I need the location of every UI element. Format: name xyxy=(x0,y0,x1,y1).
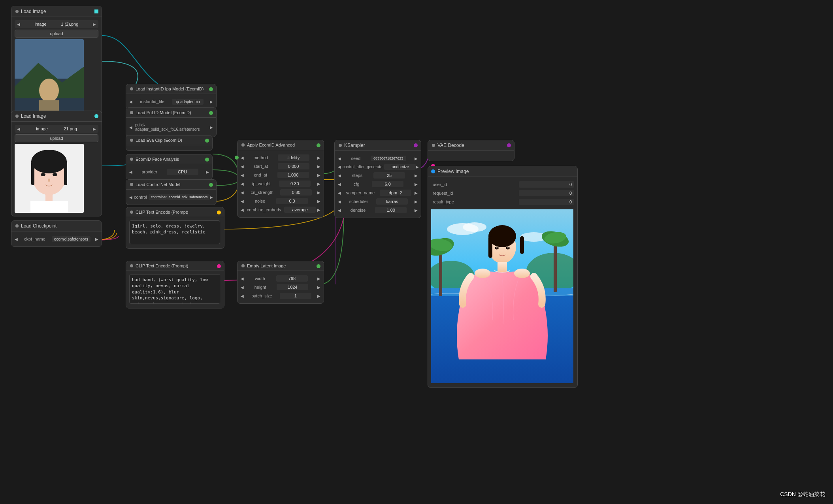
output-port-clip-pos xyxy=(217,211,221,214)
w-next[interactable]: ▶ xyxy=(317,276,320,281)
w-prev[interactable]: ◀ xyxy=(241,276,244,281)
comb-next[interactable]: ▶ xyxy=(317,208,320,212)
title-latent: Empty Latent Image xyxy=(247,263,286,268)
node-header-vae: VAE Decode xyxy=(428,140,514,151)
start-next[interactable]: ▶ xyxy=(317,164,320,169)
dot-clip-pos xyxy=(130,211,133,214)
dot-face xyxy=(130,158,133,161)
upload-btn-2[interactable]: upload xyxy=(15,134,98,142)
pulid-file-label: pulid-adapter_pulid_sdxl_fp16.safetensor… xyxy=(134,122,209,132)
output-port-vae xyxy=(507,143,511,147)
prov-prev[interactable]: ◀ xyxy=(129,170,132,174)
svg-point-40 xyxy=(514,269,530,278)
noise-next[interactable]: ▶ xyxy=(317,199,320,203)
node-load-image-2: Load Image ◀ image 21.png ▶ upload xyxy=(11,111,102,216)
node-header-checkpoint: Load Checkpoint xyxy=(11,221,102,231)
end-next[interactable]: ▶ xyxy=(317,173,320,177)
comb-prev[interactable]: ◀ xyxy=(241,208,244,212)
nav-next-1[interactable]: ▶ xyxy=(93,22,96,26)
ckpt-next[interactable]: ▶ xyxy=(95,237,98,241)
scheduler-row: ◀ scheduler karras ▶ xyxy=(338,197,418,206)
ip-next[interactable]: ▶ xyxy=(317,182,320,186)
cns-prev[interactable]: ◀ xyxy=(241,190,244,195)
ca-next[interactable]: ▶ xyxy=(416,165,419,169)
svg-rect-26 xyxy=(554,241,557,292)
cns-next[interactable]: ▶ xyxy=(317,190,320,195)
svg-rect-32 xyxy=(520,236,524,254)
pulid-next[interactable]: ▶ xyxy=(210,125,213,130)
nav-prev-1[interactable]: ◀ xyxy=(17,22,20,26)
body-clip-pos: 1girl, solo, dress, jewelry, beach, pink… xyxy=(126,217,224,248)
cfg-next[interactable]: ▶ xyxy=(415,182,418,186)
end-label: end_at xyxy=(252,172,269,178)
b-next[interactable]: ▶ xyxy=(317,294,320,298)
start-label: start_at xyxy=(252,163,270,169)
pulid-prev[interactable]: ◀ xyxy=(129,125,132,130)
clip-pos-text[interactable]: 1girl, solo, dress, jewelry, beach, pink… xyxy=(129,220,220,244)
ca-prev[interactable]: ◀ xyxy=(338,165,341,169)
height-row: ◀ height 1024 ▶ xyxy=(241,283,320,291)
node-dot xyxy=(15,10,19,13)
den-next[interactable]: ▶ xyxy=(415,208,418,213)
body-vae xyxy=(428,151,514,161)
comb-label: combine_embeds xyxy=(245,207,283,213)
steps-prev[interactable]: ◀ xyxy=(338,173,341,178)
comb-value: average xyxy=(284,207,316,213)
body-instantid: ◀ instantid_file ip-adapter.bin ▶ xyxy=(126,94,216,109)
sched-prev[interactable]: ◀ xyxy=(338,199,341,204)
h-prev[interactable]: ◀ xyxy=(241,285,244,290)
ckpt-prev[interactable]: ◀ xyxy=(15,237,18,241)
svg-point-35 xyxy=(496,247,498,248)
title-cn: Load ControlNet Model xyxy=(136,182,180,187)
nav-prev-2[interactable]: ◀ xyxy=(17,127,20,131)
cn-label: control xyxy=(132,194,149,200)
dot-instantid xyxy=(130,87,133,90)
end-prev[interactable]: ◀ xyxy=(241,173,244,177)
svg-rect-23 xyxy=(439,249,442,296)
steps-row: ◀ steps 25 ▶ xyxy=(338,171,418,180)
svg-rect-37 xyxy=(498,262,507,272)
ip-prev[interactable]: ◀ xyxy=(241,182,244,186)
samp-next[interactable]: ▶ xyxy=(415,191,418,195)
seed-next[interactable]: ▶ xyxy=(415,156,418,161)
title-ksampler: KSampler xyxy=(344,143,365,148)
clip-neg-text[interactable]: bad hand, (worst quality, low quality, n… xyxy=(129,274,220,304)
image-nav-2[interactable]: ◀ image 21.png ▶ xyxy=(15,125,98,133)
method-next[interactable]: ▶ xyxy=(317,156,320,160)
noise-prev[interactable]: ◀ xyxy=(241,199,244,203)
b-prev[interactable]: ◀ xyxy=(241,294,244,298)
body-latent: ◀ width 768 ▶ ◀ height 1024 ▶ ◀ batch_si… xyxy=(237,271,324,303)
prov-value: CPU xyxy=(167,169,198,175)
end-row: ◀ end_at 1.000 ▶ xyxy=(241,171,320,179)
node-load-instantid: Load InstantID Ipa Model (EcomID) ◀ inst… xyxy=(126,84,217,109)
ip-value: 0.30 xyxy=(279,181,311,187)
cn-next[interactable]: ▶ xyxy=(210,195,213,199)
sched-next[interactable]: ▶ xyxy=(415,199,418,204)
node-clip-positive: CLIP Text Encode (Prompt) 1girl, solo, d… xyxy=(126,207,224,249)
steps-next[interactable]: ▶ xyxy=(415,173,418,178)
den-prev[interactable]: ◀ xyxy=(338,208,341,213)
seed-prev[interactable]: ◀ xyxy=(338,156,341,161)
den-value: 1.00 xyxy=(375,207,407,213)
cn-prev[interactable]: ◀ xyxy=(129,195,132,199)
seed-row: ◀ seed 683306718267623 ▶ xyxy=(338,154,418,163)
ip-label: ip_weight xyxy=(251,181,272,187)
start-prev[interactable]: ◀ xyxy=(241,164,244,169)
file-prev[interactable]: ◀ xyxy=(129,100,132,104)
nav-next-2[interactable]: ▶ xyxy=(93,127,96,131)
file-next[interactable]: ▶ xyxy=(210,100,213,104)
output-port-instantid xyxy=(209,87,213,91)
samp-prev[interactable]: ◀ xyxy=(338,191,341,195)
title-eva: Load Eva Clip (EcomID) xyxy=(136,138,182,143)
image-nav-1[interactable]: ◀ image 1 (2).png ▶ xyxy=(15,20,98,28)
title-pulid: Load PuLID Model (EcomID) xyxy=(136,110,191,115)
noise-value: 0.0 xyxy=(276,198,308,204)
cfg-prev[interactable]: ◀ xyxy=(338,182,341,186)
width-row: ◀ width 768 ▶ xyxy=(241,274,320,283)
output-port-ksampler xyxy=(414,143,418,147)
prov-next[interactable]: ▶ xyxy=(206,170,209,174)
dot-cn xyxy=(130,183,133,186)
method-prev[interactable]: ◀ xyxy=(241,156,244,160)
h-next[interactable]: ▶ xyxy=(317,285,320,290)
upload-btn-1[interactable]: upload xyxy=(15,30,98,38)
